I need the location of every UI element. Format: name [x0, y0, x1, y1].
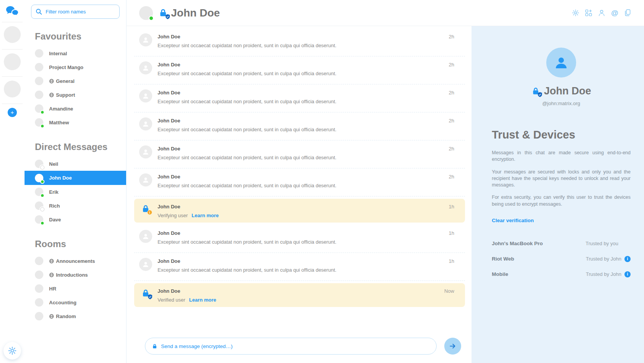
- arrow-right-icon: [449, 342, 457, 350]
- room-label: Project Mango: [49, 64, 84, 70]
- section-title-rooms: Rooms: [35, 239, 126, 249]
- message-timestamp: 2h: [449, 173, 454, 180]
- sidebar-item-announcements[interactable]: Announcements: [25, 254, 126, 268]
- sender-avatar[interactable]: [139, 117, 152, 130]
- sender-avatar[interactable]: [139, 173, 152, 186]
- sidebar-item-rich[interactable]: Rich: [25, 199, 126, 213]
- main-column: John Doe @: [127, 0, 644, 363]
- sidebar-item-support[interactable]: Support: [25, 88, 126, 102]
- sidebar-item-accounting[interactable]: Accounting: [25, 295, 126, 309]
- room-label: Accounting: [49, 300, 77, 305]
- person-icon: [142, 176, 150, 184]
- room-label: Neil: [49, 161, 58, 167]
- encryption-lock-icon: [158, 8, 168, 18]
- rail-divider: [2, 76, 23, 77]
- content-row: John DoeExcepteur sint occaecat cupidata…: [127, 26, 644, 363]
- presence-online-dot: [149, 16, 154, 21]
- section-title-direct-messages: Direct Messages: [35, 142, 126, 152]
- trust-paragraph: Messages in this chat are made secure us…: [492, 150, 631, 163]
- sidebar-item-erik[interactable]: Erik: [25, 185, 126, 199]
- sender-avatar[interactable]: [139, 33, 152, 46]
- user-avatar: [35, 104, 43, 113]
- member-info-panel: John Doe @john:matrix.org Trust & Device…: [472, 26, 644, 363]
- sidebar-item-project-mango[interactable]: Project Mango: [25, 60, 126, 74]
- room-label: Dave: [49, 217, 61, 223]
- info-icon[interactable]: i: [624, 256, 631, 262]
- verification-notice-row: John Doe Verified user Learn more Now: [134, 283, 465, 307]
- message-composer: [145, 338, 461, 355]
- composer-field[interactable]: [145, 338, 437, 355]
- message-timestamp: 2h: [449, 117, 454, 124]
- message-timestamp: Now: [444, 288, 454, 294]
- files-icon: [624, 9, 632, 17]
- files-button[interactable]: [624, 9, 632, 17]
- room-settings-button[interactable]: [572, 9, 580, 17]
- message-timestamp: 1h: [449, 258, 454, 264]
- sidebar-item-neil[interactable]: Neil: [25, 157, 126, 171]
- info-icon[interactable]: i: [624, 271, 631, 277]
- sidebar-item-matthew[interactable]: Matthew: [25, 116, 126, 129]
- message-input[interactable]: [161, 343, 430, 349]
- settings-button[interactable]: [3, 342, 21, 360]
- presence-online-dot: [40, 180, 44, 184]
- room-avatar: [35, 257, 43, 265]
- chat-app: + Favourites Internal Project Mango Gene…: [0, 0, 644, 363]
- room-filter-input[interactable]: [46, 9, 115, 15]
- presence-online-dot: [40, 110, 44, 114]
- rail-divider: [2, 22, 23, 22]
- grid-plus-icon: [585, 9, 593, 17]
- presence-online-dot: [40, 193, 44, 198]
- sidebar-item-john-doe[interactable]: John Doe: [25, 171, 126, 185]
- add-integration-button[interactable]: [585, 9, 593, 17]
- sidebar-item-general[interactable]: General: [25, 74, 126, 88]
- room-filter[interactable]: [31, 5, 120, 19]
- clear-verification-link[interactable]: Clear verification: [492, 218, 534, 223]
- community-avatar[interactable]: [4, 26, 21, 43]
- encryption-lock-icon: [531, 87, 540, 96]
- gear-icon: [8, 346, 17, 355]
- sidebar-item-amandine[interactable]: Amandine: [25, 102, 126, 116]
- presence-online-dot: [40, 124, 44, 128]
- room-avatar: [35, 91, 43, 99]
- members-button[interactable]: [598, 9, 606, 17]
- sender-avatar[interactable]: [139, 230, 152, 243]
- presence-online-dot: [40, 221, 44, 225]
- globe-icon: [49, 92, 54, 97]
- mentions-button[interactable]: @: [611, 9, 619, 17]
- message-timestamp: 1h: [449, 203, 454, 210]
- send-button[interactable]: [444, 338, 461, 355]
- sidebar-item-random[interactable]: Random: [25, 309, 126, 323]
- person-icon: [142, 148, 150, 156]
- message-row: John DoeExcepteur sint occaecat cupidata…: [134, 28, 465, 56]
- message-timestamp: 2h: [449, 145, 454, 152]
- room-member-avatar[interactable]: [139, 6, 153, 20]
- profile-name: John Doe: [544, 85, 591, 97]
- room-label: Matthew: [49, 120, 69, 125]
- room-label: Erik: [49, 189, 59, 195]
- room-avatar: [35, 271, 43, 279]
- sender-avatar[interactable]: [139, 145, 152, 158]
- profile-avatar: [546, 48, 576, 78]
- room-avatar: [35, 284, 43, 293]
- sidebar-item-dave[interactable]: Dave: [25, 213, 126, 226]
- message-text: Excepteur sint occaecat cupidatat non pr…: [158, 183, 337, 188]
- message-row: John DoeExcepteur sint occaecat cupidata…: [134, 253, 465, 281]
- learn-more-link[interactable]: Learn more: [192, 213, 219, 218]
- sidebar-item-internal[interactable]: Internal: [25, 46, 126, 60]
- presence-offline-dot: [40, 165, 44, 170]
- sender-avatar[interactable]: [139, 61, 152, 74]
- sidebar-item-introductions[interactable]: Introductions: [25, 268, 126, 282]
- add-community-button[interactable]: +: [8, 108, 17, 117]
- app-logo-chat-bubbles-icon[interactable]: [5, 4, 20, 19]
- sender-avatar[interactable]: [139, 89, 152, 102]
- community-avatar[interactable]: [4, 81, 21, 97]
- learn-more-link[interactable]: Learn more: [189, 297, 216, 303]
- sidebar-item-hr[interactable]: HR: [25, 282, 126, 295]
- room-label: Internal: [49, 51, 67, 56]
- sender-avatar[interactable]: [139, 258, 152, 271]
- message-timestamp: 2h: [449, 61, 454, 68]
- person-icon: [142, 92, 150, 100]
- community-avatar[interactable]: [4, 53, 21, 70]
- globe-icon: [49, 272, 54, 277]
- community-rail: +: [0, 0, 25, 363]
